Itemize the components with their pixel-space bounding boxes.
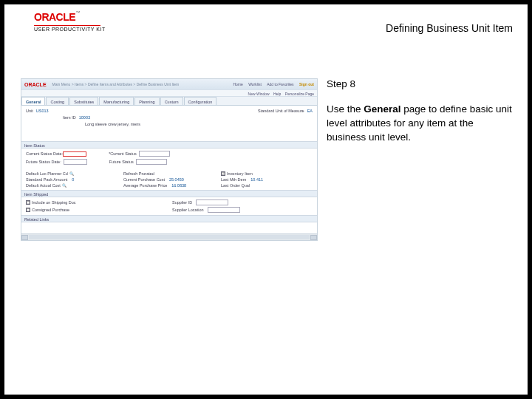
- tab-general[interactable]: General: [21, 97, 45, 105]
- tab-substitutes[interactable]: Substitutes: [69, 97, 98, 105]
- tab-costing[interactable]: Costing: [46, 97, 69, 105]
- last-mth-dem-label: Last Mth Dem: [221, 177, 246, 182]
- breadcrumb: Main Menu > Items > Define Items and Att…: [52, 82, 229, 86]
- section-item-status: Item Status: [21, 141, 317, 149]
- current-status-date-input[interactable]: [63, 151, 86, 157]
- instruction-text: Use the General page to define basic uni…: [327, 103, 513, 145]
- status-panel: Current Status Date: *Current Status Fut…: [21, 149, 317, 169]
- section-item-shipped: Item Shipped: [21, 190, 317, 197]
- brand-name: ORACLE: [34, 11, 75, 23]
- link-add-favorites[interactable]: Add to Favorites: [267, 82, 293, 86]
- app-header: ORACLE Main Menu > Items > Define Items …: [21, 79, 317, 89]
- subbar-help[interactable]: Help: [273, 92, 281, 96]
- top-links: Home Worklist Add to Favorites Sign out: [228, 82, 314, 86]
- current-status-label: *Current Status: [109, 151, 137, 156]
- future-status-label: Future Status: [109, 160, 134, 164]
- future-status-select[interactable]: [136, 159, 167, 165]
- refresh-prorated-label: Refresh Prorated: [123, 171, 154, 176]
- attributes-panel: Default Loc Planner Cd🔍 Refresh Prorated…: [21, 169, 317, 190]
- default-loc-planner-label: Default Loc Planner Cd: [26, 171, 68, 176]
- itemid-value: 10003: [79, 115, 90, 120]
- search-icon[interactable]: 🔍: [69, 171, 74, 176]
- supplier-location-input[interactable]: [208, 207, 240, 213]
- future-status-date-label: Future Status Date:: [26, 160, 61, 164]
- instruction-prefix: Use the: [327, 103, 364, 115]
- search-icon[interactable]: 🔍: [62, 183, 66, 188]
- shipping-panel: ☐Include on Shipping Doc Supplier ID ☐Co…: [21, 197, 317, 215]
- current-status-select[interactable]: [139, 151, 170, 157]
- tab-planning[interactable]: Planning: [134, 97, 159, 105]
- tab-configuration[interactable]: Configuration: [184, 97, 217, 105]
- future-status-date-input[interactable]: [64, 159, 87, 165]
- brand-rule: [34, 25, 100, 26]
- suom-value: EA: [307, 109, 313, 113]
- link-worklist[interactable]: Worklist: [248, 82, 262, 86]
- consigned-purchase-checkbox[interactable]: ☐: [26, 208, 30, 212]
- unit-label: Unit: [26, 109, 33, 113]
- instruction-bold: General: [364, 103, 400, 115]
- scroll-right-button[interactable]: [310, 235, 317, 240]
- inventory-item-checkbox[interactable]: ☑: [221, 171, 225, 176]
- tab-custom[interactable]: Custom: [160, 97, 183, 105]
- embedded-screenshot: ORACLE Main Menu > Items > Define Items …: [21, 78, 318, 241]
- tab-manufacturing[interactable]: Manufacturing: [99, 97, 134, 105]
- supplier-id-label: Supplier ID: [172, 200, 192, 205]
- horizontal-scrollbar[interactable]: [21, 233, 317, 240]
- link-signout[interactable]: Sign out: [299, 82, 314, 86]
- brand-subtitle: USER PRODUCTIVITY KIT: [34, 27, 106, 32]
- page-title: Defining Business Unit Item: [386, 22, 513, 34]
- subbar: New Window Help Personalize Page: [21, 89, 317, 97]
- itemid-label: Item ID: [63, 115, 76, 120]
- last-mth-dem-value: 10.411: [250, 177, 263, 182]
- link-home[interactable]: Home: [233, 82, 242, 86]
- tab-strip: General Costing Substitutes Manufacturin…: [21, 97, 317, 106]
- form-area: Unit US013 Standard Unit of Measure EA I…: [21, 106, 317, 141]
- consigned-purchase-label: Consigned Purchase: [32, 208, 69, 212]
- brand-logo: ORACLE™ USER PRODUCTIVITY KIT: [34, 10, 106, 32]
- item-description: Long sleeve crew jersey, mens: [85, 122, 140, 126]
- unit-value: US013: [36, 109, 49, 113]
- default-actual-cost-label: Default Actual Cost: [26, 183, 61, 188]
- suom-label: Standard Unit of Measure: [258, 109, 304, 113]
- section-related-links: Related Links: [21, 215, 317, 222]
- app-brand: ORACLE: [24, 82, 47, 87]
- inventory-item-label: Inventory Item: [227, 171, 253, 176]
- step-label: Step 8: [327, 78, 513, 89]
- supplier-location-label: Supplier Location: [172, 208, 204, 212]
- std-pack-amount-label: Standard Pack Amount: [26, 177, 67, 182]
- include-shipping-label: Include on Shipping Doc: [32, 200, 76, 205]
- supplier-id-input[interactable]: [196, 200, 228, 205]
- cur-purchase-cost-value: 25.0450: [169, 177, 184, 182]
- std-pack-amount-value: 0: [72, 177, 74, 182]
- trademark: ™: [75, 10, 80, 15]
- subbar-personalize[interactable]: Personalize Page: [285, 92, 314, 96]
- cur-purchase-cost-label: Current Purchase Cost: [123, 177, 165, 182]
- scroll-track[interactable]: [29, 235, 310, 239]
- last-order-qual-label: Last Order Qual: [221, 183, 250, 188]
- avg-purchase-price-value: 16.0838: [171, 183, 186, 188]
- subbar-new-window[interactable]: New Window: [248, 92, 270, 96]
- current-status-date-label: Current Status Date:: [26, 151, 63, 156]
- scroll-left-button[interactable]: [21, 235, 28, 240]
- avg-purchase-price-label: Average Purchase Price: [123, 183, 167, 188]
- include-shipping-checkbox[interactable]: ☐: [26, 200, 30, 205]
